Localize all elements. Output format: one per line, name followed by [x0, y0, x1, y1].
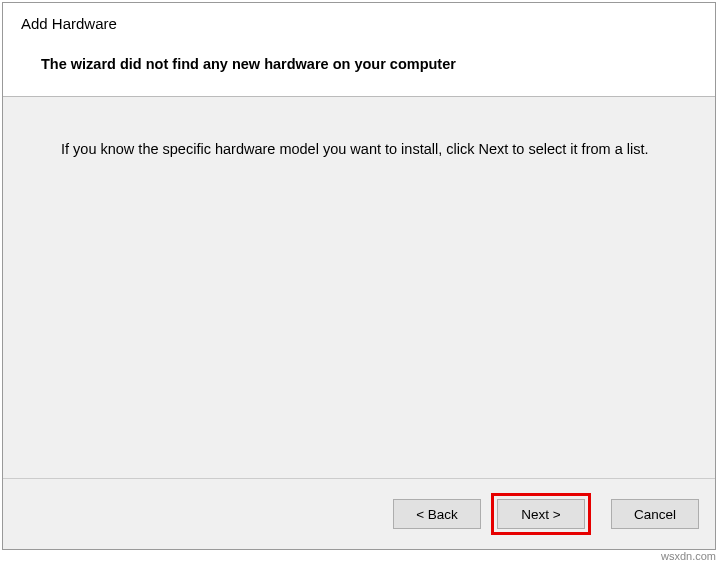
watermark-text: wsxdn.com — [661, 550, 716, 562]
add-hardware-dialog: Add Hardware The wizard did not find any… — [2, 2, 716, 550]
dialog-content: If you know the specific hardware model … — [3, 97, 715, 478]
instruction-text: If you know the specific hardware model … — [61, 141, 665, 157]
dialog-footer: < Back Next > Cancel — [3, 478, 715, 549]
dialog-title: Add Hardware — [21, 15, 697, 32]
back-button[interactable]: < Back — [393, 499, 481, 529]
next-button[interactable]: Next > — [497, 499, 585, 529]
next-button-highlight: Next > — [491, 493, 591, 535]
dialog-header: Add Hardware The wizard did not find any… — [3, 3, 715, 97]
cancel-button[interactable]: Cancel — [611, 499, 699, 529]
dialog-subtitle: The wizard did not find any new hardware… — [41, 56, 697, 72]
